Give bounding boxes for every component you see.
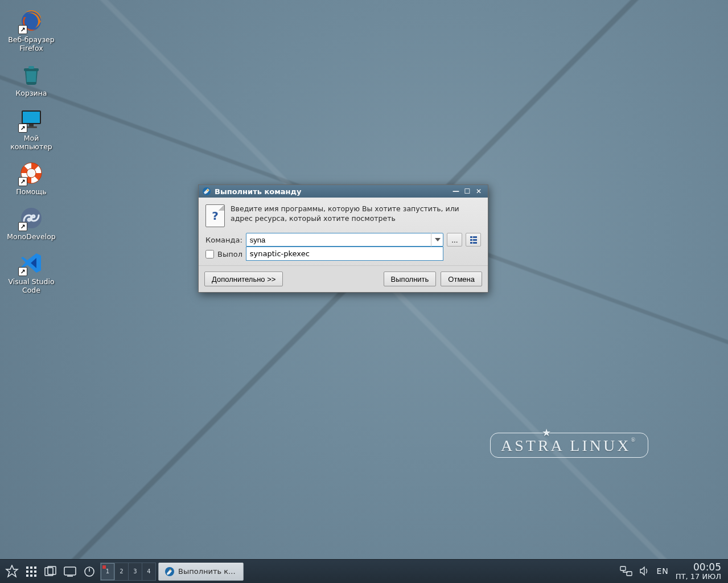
svg-rect-5 [29,124,34,126]
autocomplete-list: synaptic-pkexec [246,247,444,261]
svg-rect-17 [473,239,477,241]
astra-linux-brand: ★ ASTRA LINUX® [490,433,648,458]
clock-time: 00:05 [676,562,721,573]
shortcut-arrow-icon: ↗ [18,267,27,276]
svg-rect-20 [26,566,28,569]
chevron-down-icon [435,238,441,241]
power-icon [84,566,95,577]
browse-button[interactable]: ... [447,233,462,247]
network-tray-icon[interactable] [620,566,632,576]
command-label: Команда: [205,236,242,244]
svg-rect-19 [473,242,477,244]
run-command-icon [202,187,211,196]
svg-point-36 [170,569,171,570]
list-icon [469,235,478,244]
combobox-dropdown-button[interactable] [431,233,443,247]
show-desktop-button[interactable] [61,563,79,580]
svg-rect-27 [30,574,32,577]
desktop-icon-label: MonoDevelop [7,232,55,241]
desktop-icon [64,566,76,577]
minimize-button[interactable]: — [450,187,462,196]
desktop-icon-label: Корзина [15,89,47,97]
pager-desktop-4[interactable]: 4 [142,563,155,580]
desktop-icon-help[interactable]: ↗ Помощь [6,158,57,198]
start-menu-button[interactable] [3,563,20,580]
svg-rect-6 [26,126,37,128]
maximize-button[interactable]: ☐ [462,187,473,196]
dialog-title: Выполнить команду [215,187,450,196]
grid-icon [26,566,37,577]
trash-icon [19,63,43,87]
svg-rect-22 [34,566,36,569]
svg-rect-4 [23,112,40,123]
svg-rect-16 [470,239,472,241]
desktop-icon-vscode[interactable]: ↗ Visual StudioCode [6,248,57,297]
list-button[interactable] [466,233,481,247]
checkbox-label: Выпол [217,250,242,258]
desktop-icon-firefox[interactable]: ↗ Веб-браузерFirefox [6,6,57,55]
svg-point-13 [207,190,209,191]
volume-tray-icon[interactable] [639,566,649,576]
dialog-info-text: Введите имя программы, которую Вы хотите… [231,204,481,227]
desktop-icon-trash[interactable]: Корзина [6,59,57,100]
more-options-button[interactable]: Дополнительно >> [204,272,283,286]
taskbar: 1 2 3 4 Выполнить к... EN 00:05 ПТ, 17 И… [0,559,728,583]
desktop-icon-label: Веб-браузерFirefox [8,35,54,52]
autocomplete-option[interactable]: synaptic-pkexec [246,247,443,260]
keyboard-layout-indicator[interactable]: EN [656,566,668,576]
clock-date: ПТ, 17 ИЮЛ [676,573,721,581]
svg-rect-25 [34,570,36,573]
svg-rect-15 [473,236,477,238]
svg-rect-37 [620,566,626,570]
brand-star-icon: ★ [542,426,553,439]
desktop-icon-label: Помощь [16,187,46,196]
apps-grid-button[interactable] [23,563,40,580]
taskbar-item-run-command[interactable]: Выполнить к... [158,563,244,581]
command-input[interactable] [246,233,444,247]
svg-rect-28 [34,574,36,577]
pager-desktop-1[interactable]: 1 [101,563,114,580]
rocket-icon [164,566,175,577]
close-button[interactable]: ✕ [473,187,484,196]
shortcut-arrow-icon: ↗ [18,25,27,34]
run-in-terminal-checkbox[interactable] [205,250,214,258]
shortcut-arrow-icon: ↗ [18,124,27,133]
system-tray: EN 00:05 ПТ, 17 ИЮЛ [620,562,725,581]
svg-rect-14 [470,236,472,238]
shortcut-arrow-icon: ↗ [18,177,27,186]
svg-rect-2 [28,66,34,69]
star-icon [5,565,19,578]
svg-rect-23 [26,570,28,573]
desktop-icon-label: Мойкомпьютер [10,134,52,151]
clock[interactable]: 00:05 ПТ, 17 ИЮЛ [676,562,721,581]
desktop-pager: 1 2 3 4 [100,563,156,581]
file-manager-button[interactable] [42,563,59,580]
desktop-icon-monodevelop[interactable]: ↗ MonoDevelop [6,203,57,243]
info-document-icon: ? [205,204,225,227]
logout-button[interactable] [81,563,98,580]
svg-point-10 [27,169,36,178]
taskbar-item-label: Выполнить к... [178,567,236,576]
desktop-icon-my-computer[interactable]: ↗ Мойкомпьютер [6,104,57,153]
svg-rect-21 [30,566,32,569]
svg-rect-24 [30,570,32,573]
svg-rect-26 [26,574,28,577]
pager-desktop-2[interactable]: 2 [114,563,128,580]
svg-rect-31 [64,567,76,575]
brand-text: ASTRA LINUX [501,437,631,454]
svg-rect-18 [470,242,472,244]
run-button[interactable]: Выполнить [384,272,437,286]
dialog-titlebar[interactable]: Выполнить команду — ☐ ✕ [199,185,488,198]
cancel-button[interactable]: Отмена [441,272,482,286]
run-command-dialog: Выполнить команду — ☐ ✕ ? Введите имя пр… [198,184,488,293]
files-icon [44,566,57,577]
desktop-icons: ↗ Веб-браузерFirefox Корзина ↗ Мойкомпью… [6,6,57,297]
desktop-icon-label: Visual StudioCode [8,277,54,294]
pager-desktop-3[interactable]: 3 [128,563,142,580]
shortcut-arrow-icon: ↗ [18,222,27,231]
command-combobox: synaptic-pkexec [246,233,444,247]
